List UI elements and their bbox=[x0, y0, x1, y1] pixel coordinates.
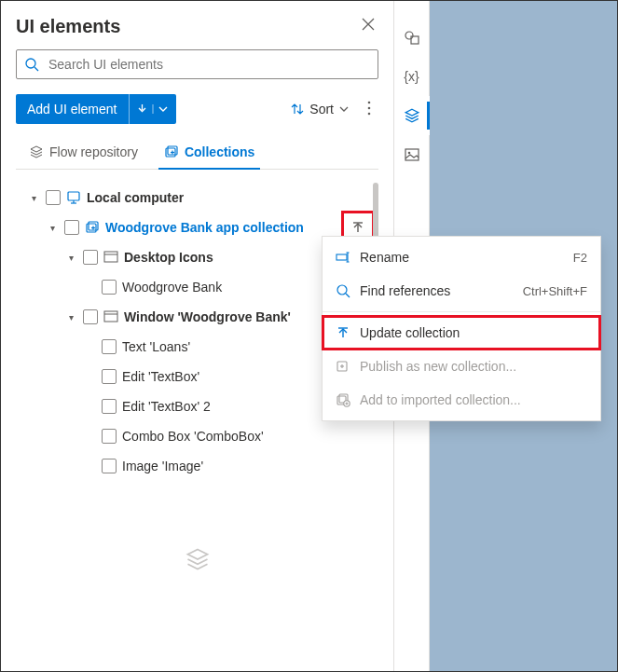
svg-point-4 bbox=[368, 106, 371, 109]
window-icon bbox=[103, 309, 118, 324]
svg-rect-19 bbox=[104, 252, 117, 262]
add-ui-element-label: Add UI element bbox=[16, 102, 129, 117]
chevron-down-icon[interactable]: ▾ bbox=[64, 253, 77, 263]
chevron-down-icon[interactable]: ▾ bbox=[64, 312, 77, 322]
add-ui-element-split[interactable] bbox=[129, 94, 176, 124]
computer-icon bbox=[66, 190, 81, 205]
sort-button[interactable]: Sort bbox=[283, 96, 356, 122]
tab-flow-repository-label: Flow repository bbox=[49, 144, 138, 159]
svg-point-5 bbox=[368, 112, 371, 115]
close-panel-button[interactable] bbox=[358, 14, 378, 38]
svg-point-31 bbox=[337, 285, 347, 295]
context-menu: Rename F2 Find references Ctrl+Shift+F U… bbox=[322, 236, 601, 421]
scrollbar[interactable] bbox=[373, 183, 378, 239]
tab-collections[interactable]: Collections bbox=[151, 135, 268, 169]
shapes-icon bbox=[404, 29, 420, 46]
chevron-down-icon bbox=[138, 104, 147, 114]
menu-item-publish: Publish as new collection... bbox=[323, 350, 600, 383]
svg-point-23 bbox=[405, 32, 413, 39]
svg-rect-27 bbox=[336, 254, 347, 260]
collection-icon bbox=[85, 220, 100, 235]
menu-item-update-collection[interactable]: Update collection bbox=[323, 316, 600, 350]
tree-node-item[interactable]: ▾ Combo Box 'ComboBox' bbox=[16, 421, 378, 451]
menu-item-label: Publish as new collection... bbox=[360, 359, 587, 374]
panel-header: UI elements bbox=[16, 14, 378, 38]
tab-flow-repository[interactable]: Flow repository bbox=[16, 135, 151, 169]
checkbox[interactable] bbox=[102, 459, 117, 473]
checkbox[interactable] bbox=[64, 220, 79, 235]
more-vertical-icon bbox=[367, 101, 371, 116]
checkbox[interactable] bbox=[83, 309, 98, 324]
window-icon bbox=[103, 250, 118, 265]
sort-label: Sort bbox=[309, 102, 334, 117]
toolbar: Add UI element Sort bbox=[16, 94, 378, 124]
rename-icon bbox=[336, 250, 350, 265]
search-input[interactable] bbox=[16, 49, 378, 79]
chevron-down-icon bbox=[158, 106, 168, 112]
menu-item-shortcut: Ctrl+Shift+F bbox=[523, 284, 587, 298]
checkbox[interactable] bbox=[102, 429, 117, 444]
tree-node-item[interactable]: ▾ Image 'Image' bbox=[16, 451, 378, 481]
checkbox[interactable] bbox=[102, 339, 117, 354]
checkbox[interactable] bbox=[102, 369, 117, 384]
panel-title: UI elements bbox=[16, 16, 120, 37]
sort-icon bbox=[291, 103, 304, 116]
tree-node-label: Woodgrove Bank app collection bbox=[105, 220, 337, 235]
menu-item-rename[interactable]: Rename F2 bbox=[323, 240, 600, 274]
side-rail-item-images[interactable] bbox=[394, 135, 430, 174]
layers-icon bbox=[404, 107, 420, 124]
menu-item-label: Rename bbox=[360, 250, 564, 265]
svg-rect-21 bbox=[104, 311, 117, 322]
add-ui-element-button[interactable]: Add UI element bbox=[16, 94, 176, 124]
empty-stack-icon bbox=[16, 546, 378, 575]
checkbox[interactable] bbox=[102, 280, 117, 295]
svg-line-32 bbox=[346, 294, 350, 297]
svg-rect-25 bbox=[405, 149, 419, 160]
checkbox[interactable] bbox=[83, 250, 98, 265]
side-rail-item-1[interactable] bbox=[394, 18, 430, 57]
svg-point-3 bbox=[368, 101, 371, 103]
close-icon bbox=[362, 18, 375, 31]
tree-node-label: Local computer bbox=[87, 190, 373, 205]
image-icon bbox=[404, 146, 420, 163]
tab-collections-label: Collections bbox=[185, 144, 254, 159]
menu-item-label: Update collection bbox=[360, 325, 587, 340]
menu-item-shortcut: F2 bbox=[573, 251, 587, 265]
more-options-button[interactable] bbox=[360, 95, 378, 124]
svg-point-26 bbox=[407, 152, 410, 155]
search-icon bbox=[24, 57, 39, 72]
toolbar-right: Sort bbox=[283, 95, 378, 124]
tree-node-label: Combo Box 'ComboBox' bbox=[122, 429, 373, 444]
menu-item-label: Find references bbox=[360, 283, 514, 298]
variables-icon: {x} bbox=[404, 69, 419, 84]
repository-icon bbox=[29, 144, 44, 159]
menu-item-find-references[interactable]: Find references Ctrl+Shift+F bbox=[323, 274, 600, 308]
tree-node-label: Image 'Image' bbox=[122, 459, 373, 473]
search-icon bbox=[336, 283, 350, 298]
tabs: Flow repository Collections bbox=[16, 135, 378, 170]
update-icon bbox=[336, 325, 350, 340]
menu-item-label: Add to imported collection... bbox=[360, 392, 587, 407]
side-rail-item-ui-elements[interactable] bbox=[394, 96, 430, 135]
search-input-field[interactable] bbox=[47, 56, 370, 73]
add-collection-icon bbox=[336, 392, 350, 407]
menu-item-add-to-imported: Add to imported collection... bbox=[323, 383, 600, 417]
svg-line-1 bbox=[34, 67, 38, 71]
chevron-down-icon[interactable]: ▾ bbox=[27, 193, 40, 203]
checkbox[interactable] bbox=[46, 190, 61, 205]
tree-node-local-computer[interactable]: ▾ Local computer bbox=[16, 183, 378, 213]
chevron-down-icon[interactable]: ▾ bbox=[46, 223, 59, 233]
svg-point-0 bbox=[26, 59, 35, 68]
update-icon bbox=[350, 220, 365, 235]
svg-rect-10 bbox=[68, 192, 79, 200]
collections-icon bbox=[164, 144, 179, 159]
side-rail-item-variables[interactable]: {x} bbox=[394, 57, 430, 96]
chevron-down-icon bbox=[339, 106, 349, 112]
menu-separator bbox=[323, 311, 600, 312]
checkbox[interactable] bbox=[102, 399, 117, 414]
publish-icon bbox=[336, 359, 350, 374]
